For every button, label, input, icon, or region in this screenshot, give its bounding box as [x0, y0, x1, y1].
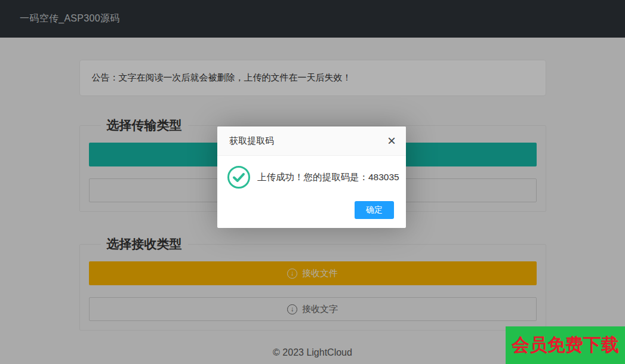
member-download-banner-text: 会员免费下载 — [512, 333, 619, 357]
modal-header: 获取提取码 × — [217, 127, 406, 156]
confirm-button[interactable]: 确定 — [355, 201, 394, 219]
extraction-code-modal: 获取提取码 × 上传成功！您的提取码是：483035 确定 — [217, 127, 406, 228]
modal-footer: 确定 — [217, 201, 406, 228]
close-icon[interactable]: × — [387, 134, 396, 148]
page: 一码空传_ASP300源码 公告：文字在阅读一次后就会被删除，上传的文件在一天后… — [0, 0, 625, 364]
modal-title: 获取提取码 — [229, 135, 387, 147]
member-download-banner[interactable]: 会员免费下载 — [506, 326, 625, 364]
upload-success-message: 上传成功！您的提取码是：483035 — [257, 171, 399, 184]
success-check-circle-icon — [227, 165, 251, 189]
modal-body: 上传成功！您的提取码是：483035 — [217, 156, 406, 201]
